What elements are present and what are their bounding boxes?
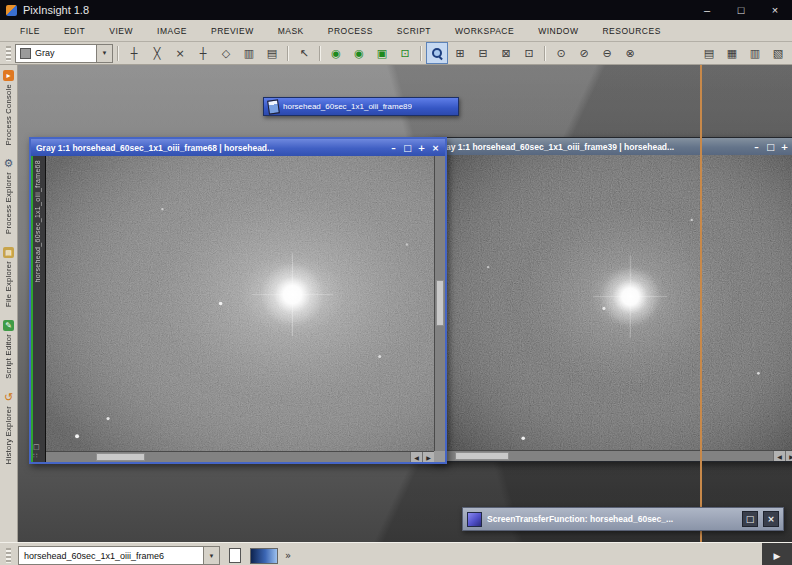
pointer-mode-icon[interactable]: ↖ xyxy=(293,42,315,64)
link-zoom-icon[interactable]: ⊖ xyxy=(596,42,618,64)
readout-rect-icon[interactable]: ▣ xyxy=(371,42,393,64)
zoom-in-arrows-icon[interactable]: × xyxy=(169,42,191,64)
toolbar-overflow-button[interactable]: » xyxy=(282,550,294,561)
preview-toggle-button[interactable] xyxy=(224,546,246,565)
restore-button[interactable]: □ xyxy=(724,0,758,20)
iconize-button[interactable]: – xyxy=(387,141,400,154)
sidebar-tab-script-editor[interactable]: ✎ Script Editor xyxy=(3,320,14,379)
minimize-button[interactable]: – xyxy=(690,0,724,20)
zoom-to-fit-icon[interactable]: ⊞ xyxy=(449,42,471,64)
image-canvas-frame68[interactable] xyxy=(46,156,434,451)
channel-selector[interactable]: Gray ▼ xyxy=(15,44,113,63)
center-view-icon[interactable]: ┼ xyxy=(192,42,214,64)
optimal-zoom-icon[interactable]: ⊡ xyxy=(518,42,540,64)
view-selector[interactable]: horsehead_60sec_1x1_oiii_frame6 ▼ xyxy=(18,546,220,565)
sidebar-tab-label: Process Explorer xyxy=(4,172,13,234)
menu-edit[interactable]: EDIT xyxy=(52,20,97,41)
menu-window[interactable]: WINDOW xyxy=(526,20,590,41)
screen-transfer-function-dialog[interactable]: ScreenTransferFunction: horsehead_60sec_… xyxy=(462,507,784,531)
new-preview-mode-icon[interactable]: ◇ xyxy=(215,42,237,64)
menu-resources[interactable]: RESOURCES xyxy=(590,20,672,41)
horizontal-scroll-thumb[interactable] xyxy=(455,452,510,460)
stf-gradient-swatch[interactable] xyxy=(250,548,278,564)
gray-channel-swatch-icon xyxy=(20,48,31,59)
maximize-button[interactable]: + xyxy=(415,141,428,154)
fit-view-icon[interactable]: ⊟ xyxy=(472,42,494,64)
cascade-windows-icon[interactable]: ▤ xyxy=(698,42,720,64)
scroll-left-icon[interactable]: ◀ xyxy=(773,451,785,461)
toolbar-grip[interactable] xyxy=(6,46,11,61)
close-dialog-button[interactable]: × xyxy=(763,511,779,527)
vertical-split-icon[interactable]: ▥ xyxy=(238,42,260,64)
expand-toolbars-icon[interactable]: ▧ xyxy=(767,42,789,64)
active-view-indicator xyxy=(31,156,33,462)
horizontal-scrollbar[interactable]: ◀ ▶ xyxy=(446,450,792,461)
window-controls: – □ × xyxy=(690,0,792,20)
link-pan-icon[interactable]: ⊗ xyxy=(619,42,641,64)
scroll-right-icon[interactable]: ▶ xyxy=(785,451,792,461)
sidebar-tab-label: File Explorer xyxy=(4,261,13,307)
menu-mask[interactable]: MASK xyxy=(266,20,316,41)
horizontal-scroll-thumb[interactable] xyxy=(96,453,145,461)
history-arrow-icon: ↺ xyxy=(3,392,14,403)
zoom-actual-size-icon[interactable] xyxy=(426,42,448,64)
horizontal-split-icon[interactable]: ▤ xyxy=(261,42,283,64)
readout-preview-icon[interactable]: ◉ xyxy=(348,42,370,64)
maximize-button[interactable]: + xyxy=(778,140,791,153)
tile-windows-icon[interactable]: ▦ xyxy=(721,42,743,64)
view-selector-strip[interactable]: horsehead_60sec_1x1_oiii_frame68 □ ∷ xyxy=(31,156,46,462)
iconize-button[interactable]: – xyxy=(750,140,763,153)
pan-mode-icon[interactable]: ┼ xyxy=(123,42,145,64)
chevron-down-icon[interactable]: ▼ xyxy=(96,45,112,62)
app-title: PixInsight 1.8 xyxy=(23,4,89,16)
vertical-scrollbar[interactable] xyxy=(434,156,445,451)
scroll-left-icon[interactable]: ◀ xyxy=(410,452,422,462)
minimized-image-window-frame89[interactable]: horsehead_60sec_1x1_oiii_frame89 xyxy=(263,97,459,116)
shade-button[interactable]: □ xyxy=(401,141,414,154)
pencil-icon: ✎ xyxy=(3,320,14,331)
menu-image[interactable]: IMAGE xyxy=(145,20,199,41)
sidebar-tab-process-explorer[interactable]: ⚙ Process Explorer xyxy=(3,158,14,234)
scrollbar-corner xyxy=(434,451,445,462)
float-dialog-button[interactable]: □ xyxy=(742,511,758,527)
fit-window-icon[interactable]: ⊠ xyxy=(495,42,517,64)
menu-process[interactable]: PROCESS xyxy=(316,20,385,41)
image-window-titlebar[interactable]: Gray 1:1 horsehead_60sec_1x1_oiii_frame3… xyxy=(431,138,792,155)
sidebar-tab-label: Script Editor xyxy=(4,334,13,379)
chevron-down-icon[interactable]: ▼ xyxy=(203,547,219,564)
menu-file[interactable]: FILE xyxy=(8,20,52,41)
pixinsight-logo-icon xyxy=(6,5,17,16)
toolbar-separator xyxy=(117,46,119,61)
sidebar-tab-file-explorer[interactable]: ▤ File Explorer xyxy=(3,247,14,307)
arrange-icons-icon[interactable]: ▥ xyxy=(744,42,766,64)
horizontal-scrollbar[interactable]: ◀ ▶ xyxy=(46,451,434,462)
shade-button[interactable]: □ xyxy=(764,140,777,153)
readout-mode-icon[interactable]: ◉ xyxy=(325,42,347,64)
zoom-out-arrows-icon[interactable]: ╳ xyxy=(146,42,168,64)
view-mode-icon[interactable]: □ xyxy=(33,443,40,451)
sidebar-tab-process-console[interactable]: ▸ Process Console xyxy=(3,70,14,145)
menu-script[interactable]: SCRIPT xyxy=(385,20,443,41)
view-name-label: horsehead_60sec_1x1_oiii_frame68 xyxy=(34,160,41,282)
sidebar-tab-label: Process Console xyxy=(4,84,13,145)
close-window-button[interactable]: × xyxy=(429,141,442,154)
image-window-frame68[interactable]: Gray 1:1 horsehead_60sec_1x1_oiii_frame6… xyxy=(29,137,447,464)
readout-probe-icon[interactable]: ⊡ xyxy=(394,42,416,64)
main-toolbar: Gray ▼ ┼ ╳ × ┼ ◇ ▥ ▤ ↖ ◉ ◉ ▣ ⊡ ⊞ ⊟ ⊠ ⊡ ⊙… xyxy=(0,42,792,65)
view-selector-value: horsehead_60sec_1x1_oiii_frame6 xyxy=(19,551,203,561)
vertical-scroll-thumb[interactable] xyxy=(436,280,444,326)
statusbar-grip[interactable] xyxy=(6,548,11,563)
image-window-frame39[interactable]: Gray 1:1 horsehead_60sec_1x1_oiii_frame3… xyxy=(430,137,792,462)
unlock-view-icon[interactable]: ⊘ xyxy=(573,42,595,64)
menu-workspace[interactable]: WORKSPACE xyxy=(443,20,526,41)
sidebar-tab-history-explorer[interactable]: ↺ History Explorer xyxy=(3,392,14,464)
image-canvas-frame39[interactable] xyxy=(446,155,792,450)
image-window-titlebar[interactable]: Gray 1:1 horsehead_60sec_1x1_oiii_frame6… xyxy=(31,139,445,156)
scroll-right-icon[interactable]: ▶ xyxy=(422,452,434,462)
menu-preview[interactable]: PREVIEW xyxy=(199,20,266,41)
close-button[interactable]: × xyxy=(758,0,792,20)
view-mode-icon[interactable]: ∷ xyxy=(33,452,40,460)
workspace-scroll-right-button[interactable]: ▶ xyxy=(762,543,792,565)
menu-view[interactable]: VIEW xyxy=(97,20,145,41)
lock-view-icon[interactable]: ⊙ xyxy=(550,42,572,64)
